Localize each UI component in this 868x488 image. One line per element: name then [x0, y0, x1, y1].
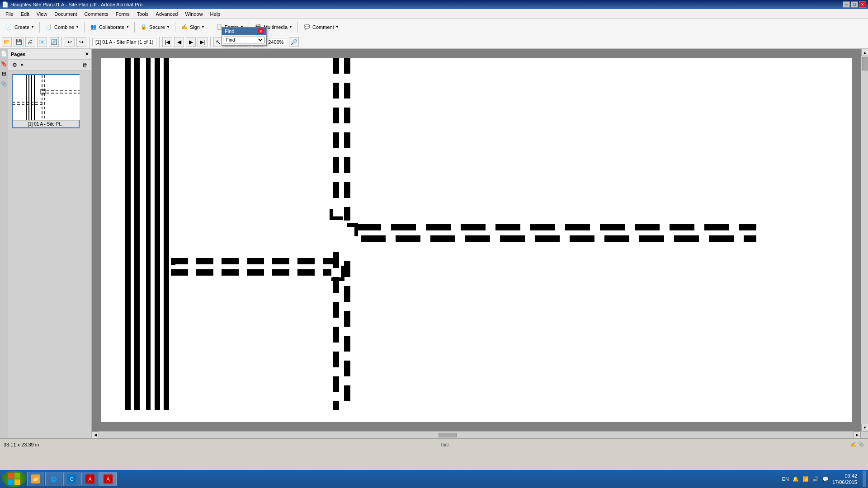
nav-sep-4 — [210, 37, 211, 47]
email-button[interactable]: 📧 — [37, 37, 47, 47]
taskbar-outlook[interactable]: O — [63, 472, 80, 486]
panel-settings-icon[interactable]: ⚙ — [10, 61, 19, 70]
separator-3 — [134, 22, 135, 33]
separator-7 — [297, 22, 298, 33]
minimize-button[interactable]: ─ — [843, 1, 850, 8]
menu-document[interactable]: Document — [51, 10, 80, 18]
sign-button[interactable]: ✍ Sign ▼ — [177, 21, 208, 33]
find-close-button[interactable]: ✕ — [258, 28, 264, 34]
open-button[interactable]: 📂 — [2, 37, 12, 47]
start-button[interactable] — [2, 471, 26, 487]
combine-button[interactable]: 📑 Combine ▼ — [42, 21, 82, 33]
taskbar-right: EN 🔔 📶 🔊 💬 09:42 17/06/2015 — [782, 471, 866, 487]
close-button[interactable]: ✕ — [859, 1, 866, 8]
comment-dropdown-arrow: ▼ — [335, 25, 339, 29]
attachments-icon[interactable]: 📎 — [1, 80, 7, 87]
page-info: [1] 01 A - Site Plan (1 of 1) — [92, 38, 156, 46]
menu-view[interactable]: View — [33, 10, 51, 18]
volume-icon: 🔊 — [812, 476, 819, 482]
title-bar: 📄 Haughley Site Plan-01 A - Site Plan.pd… — [0, 0, 868, 9]
toolbar: 📄 Create ▼ 📑 Combine ▼ 👥 Collaborate ▼ 🔒… — [0, 19, 868, 35]
menu-comments[interactable]: Comments — [81, 10, 112, 18]
menu-tools[interactable]: Tools — [133, 10, 152, 18]
acrobat-reader-icon: A — [85, 474, 94, 483]
title-bar-left: 📄 Haughley Site Plan-01 A - Site Plan.pd… — [2, 1, 142, 8]
find-popup-body: Find — [222, 35, 266, 45]
next-page-button[interactable]: ▶ — [186, 37, 196, 47]
chrome-icon: 🌐 — [49, 474, 58, 483]
undo-button[interactable]: ↩ — [65, 37, 75, 47]
last-page-button[interactable]: ▶| — [198, 37, 208, 47]
horizontal-scrollbar[interactable]: ◀ ▶ — [92, 431, 861, 438]
window-controls: ─ □ ✕ — [843, 1, 866, 8]
scroll-left-button[interactable]: ◀ — [92, 432, 99, 439]
menu-help[interactable]: Help — [207, 10, 224, 18]
menu-edit[interactable]: Edit — [17, 10, 33, 18]
secure-icon: 🔒 — [140, 23, 148, 31]
menu-file[interactable]: File — [2, 10, 17, 18]
page-thumbnail[interactable]: [1] 01 A - Site Pl... — [12, 74, 80, 128]
create-button[interactable]: 📄 Create ▼ — [2, 21, 38, 33]
comment-icon: 💬 — [303, 23, 311, 31]
status-center — [441, 443, 448, 446]
refresh-button[interactable]: 🔄 — [49, 37, 59, 47]
menu-bar: File Edit View Document Comments Forms T… — [0, 9, 868, 19]
secure-button[interactable]: 🔒 Secure ▼ — [137, 21, 173, 33]
scroll-indicator[interactable] — [441, 443, 448, 446]
pages-panel-icon[interactable]: 📄 — [1, 51, 7, 57]
scrollbar-corner — [861, 431, 868, 438]
collaborate-button[interactable]: 👥 Collaborate ▼ — [86, 21, 132, 33]
acrobat-pro-icon: A — [104, 474, 113, 483]
find-popup: Find ✕ Find — [222, 27, 267, 46]
vertical-scrollbar[interactable]: ▲ ▼ — [861, 49, 868, 431]
explorer-icon: 📁 — [31, 474, 40, 483]
content-area[interactable]: ▲ ▼ ◀ ▶ — [92, 49, 868, 438]
system-clock: 09:42 17/06/2015 — [832, 473, 857, 486]
notification-icon: 🔔 — [793, 476, 799, 482]
separator-4 — [175, 22, 175, 33]
taskbar-explorer[interactable]: 📁 — [27, 472, 44, 486]
panel-toolbar: ⚙ ▼ 🗑 — [8, 60, 91, 70]
pages-panel-close[interactable]: ✕ — [85, 52, 89, 56]
comment-button[interactable]: 💬 Comment ▼ — [300, 21, 342, 33]
find-select[interactable]: Find — [224, 37, 264, 43]
taskbar-acrobat-reader[interactable]: A — [81, 472, 99, 486]
panel-delete-icon[interactable]: 🗑 — [80, 61, 90, 70]
scroll-track-h[interactable] — [99, 433, 854, 437]
prev-page-button[interactable]: ◀ — [174, 37, 184, 47]
show-desktop-button[interactable] — [863, 471, 866, 487]
layers-icon[interactable]: ⊞ — [1, 70, 7, 77]
thumbnail-image — [13, 75, 80, 120]
nav-sep-2 — [89, 37, 90, 47]
first-page-button[interactable]: |◀ — [162, 37, 172, 47]
menu-window[interactable]: Window — [181, 10, 206, 18]
menu-forms[interactable]: Forms — [112, 10, 133, 18]
bookmarks-icon[interactable]: 🔖 — [1, 61, 7, 67]
separator-5 — [210, 22, 210, 33]
scroll-down-button[interactable]: ▼ — [861, 424, 868, 431]
maximize-button[interactable]: □ — [851, 1, 858, 8]
windows-logo — [7, 472, 21, 486]
taskbar-acrobat-pro[interactable]: A — [99, 472, 117, 486]
nav-sep-1 — [61, 37, 62, 47]
svg-rect-29 — [14, 479, 20, 485]
status-right: ✍ 📎 — [850, 441, 864, 447]
zoom-in-button[interactable]: 🔎 — [289, 37, 299, 47]
status-left: 33.11 x 23.39 in — [4, 442, 39, 447]
save-button[interactable]: 💾 — [14, 37, 24, 47]
scroll-thumb-h[interactable] — [439, 433, 457, 437]
multimedia-dropdown-arrow: ▼ — [289, 25, 292, 29]
menu-advanced[interactable]: Advanced — [152, 10, 182, 18]
left-sidebar-icons: 📄 🔖 ⊞ 📎 — [0, 49, 8, 438]
create-dropdown-arrow: ▼ — [31, 25, 34, 29]
scroll-up-button[interactable]: ▲ — [861, 49, 868, 56]
scroll-right-button[interactable]: ▶ — [854, 432, 861, 439]
zoom-level[interactable]: 2400% — [264, 38, 287, 46]
outlook-icon: O — [67, 474, 76, 483]
scroll-thumb-v[interactable] — [862, 57, 868, 70]
print-button[interactable]: 🖨 — [25, 37, 35, 47]
scroll-track-v[interactable] — [861, 56, 868, 424]
pages-panel: Pages ✕ ⚙ ▼ 🗑 — [8, 49, 92, 438]
taskbar-chrome[interactable]: 🌐 — [45, 472, 62, 486]
redo-button[interactable]: ↪ — [76, 37, 86, 47]
